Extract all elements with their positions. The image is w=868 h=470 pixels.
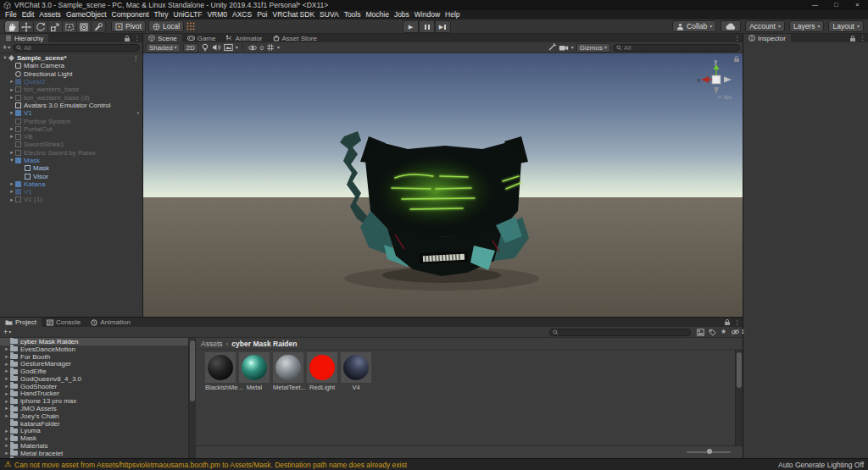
scene-fx-icon[interactable] <box>224 43 233 52</box>
lock-icon[interactable] <box>124 35 131 42</box>
chevron-down-icon[interactable]: ▾ <box>571 45 574 50</box>
folder-item-godqueenv8-4-3-0[interactable]: ▸GodQueenv8_4_3.0 <box>0 375 188 383</box>
collab-button[interactable]: Collab ▾ <box>672 20 716 32</box>
folder-item-mask[interactable]: ▸Mask <box>0 434 188 442</box>
maximize-button[interactable]: □ <box>826 0 847 10</box>
down-axis-cone[interactable] <box>714 87 719 94</box>
expand-arrow-icon[interactable]: ▸ <box>8 197 15 203</box>
tab-asset-store[interactable]: Asset Store <box>268 34 322 42</box>
slider-knob[interactable] <box>707 449 712 454</box>
folder-item-godshooter[interactable]: ▸GodShooter <box>0 383 188 390</box>
asset-item-metal[interactable]: Metal <box>239 352 270 446</box>
custom-tool-button[interactable] <box>91 20 106 33</box>
move-tool-button[interactable] <box>19 20 33 33</box>
hierarchy-item-visor[interactable]: Visor <box>0 172 142 180</box>
hand-tool-button[interactable] <box>4 20 19 33</box>
asset-item-metalteet[interactable]: MetalTeet... <box>273 352 303 446</box>
tab-animator[interactable]: Animator <box>220 34 267 42</box>
favorite-star-icon[interactable]: ★ <box>721 329 726 335</box>
panel-menu-icon[interactable]: ⋮ <box>860 35 865 41</box>
gizmo-cube[interactable] <box>712 75 721 84</box>
breadcrumb-root[interactable]: Assets <box>201 340 223 348</box>
menu-item-unigltf[interactable]: UniGLTF <box>171 10 205 19</box>
expand-arrow-icon[interactable]: ▸ <box>3 443 10 449</box>
menu-item-gameobject[interactable]: GameObject <box>64 10 109 19</box>
expand-arrow-icon[interactable]: ▸ <box>8 95 15 101</box>
menu-item-assets[interactable]: Assets <box>36 10 64 19</box>
asset-item-v4[interactable]: V4 <box>341 352 371 446</box>
tab-scene[interactable]: Scene <box>143 34 182 42</box>
close-button[interactable]: × <box>847 0 868 10</box>
play-button[interactable]: ▶ <box>403 20 419 33</box>
expand-arrow-icon[interactable]: ▸ <box>3 451 10 456</box>
tab-hierarchy[interactable]: Hierarchy <box>0 34 48 42</box>
panel-menu-icon[interactable]: ⋮ <box>734 35 740 41</box>
tab-game[interactable]: Game <box>182 34 221 42</box>
expand-arrow-icon[interactable]: ▸ <box>3 413 10 419</box>
pivot-toggle[interactable]: Pivot <box>111 20 146 32</box>
rotate-tool-button[interactable] <box>33 20 47 33</box>
scrollbar-thumb[interactable] <box>190 340 195 401</box>
grid-snap-icon[interactable] <box>186 22 195 30</box>
layers-dropdown[interactable]: Layers ▾ <box>789 20 825 32</box>
scene-menu-icon[interactable]: ⋮ <box>133 54 143 62</box>
hierarchy-item-portalcut[interactable]: ▸PortalCut <box>0 125 142 133</box>
folder-item-joey-s-chain[interactable]: ▸Joey's Chain <box>0 412 188 420</box>
expand-arrow-icon[interactable]: ▸ <box>3 391 10 397</box>
expand-arrow-icon[interactable]: ▸ <box>8 189 15 195</box>
gizmos-dropdown[interactable]: Gizmos ▾ <box>576 43 610 53</box>
expand-arrow-icon[interactable]: ▸ <box>3 362 10 368</box>
menu-item-suva[interactable]: SUVA <box>317 10 342 19</box>
tab-console[interactable]: Console <box>42 318 86 327</box>
hierarchy-item-mask[interactable]: ▾Mask <box>0 157 142 164</box>
expand-arrow-icon[interactable]: ▸ <box>3 406 10 412</box>
expand-arrow-icon[interactable]: ▸ <box>3 354 10 360</box>
folder-item-materials[interactable]: ▸Materials <box>0 442 188 450</box>
pause-button[interactable] <box>419 20 435 33</box>
hierarchy-item-directional-light[interactable]: Directional Light <box>0 70 142 78</box>
folder-scrollbar[interactable] <box>188 338 196 458</box>
expand-arrow-icon[interactable]: ▸ <box>3 368 10 374</box>
viewport-lock-icon[interactable] <box>733 55 740 63</box>
expand-arrow-icon[interactable]: ▸ <box>8 110 15 116</box>
folder-item-katanafolder[interactable]: katanaFolder <box>0 420 188 428</box>
hierarchy-item-vb[interactable]: ▸VB <box>0 133 142 141</box>
tab-project[interactable]: Project <box>0 318 42 327</box>
prefab-overrides-icon[interactable]: › <box>137 109 143 117</box>
scene-search-input[interactable]: All <box>613 44 740 52</box>
asset-scrollbar[interactable] <box>735 350 743 446</box>
expand-arrow-icon[interactable]: ▸ <box>8 126 15 132</box>
menu-item-jobs[interactable]: Jobs <box>392 10 412 19</box>
menu-item-file[interactable]: File <box>3 10 19 19</box>
asset-item-redlight[interactable]: RedLight <box>307 352 337 446</box>
x-axis-cone[interactable] <box>701 76 709 83</box>
expand-arrow-icon[interactable]: ▾ <box>8 158 15 163</box>
hierarchy-item-avatars-3-0-emulator-control[interactable]: Avatars 3.0 Emulator Control <box>0 102 142 109</box>
panel-menu-icon[interactable]: ⋮ <box>134 35 140 41</box>
grid-visibility-icon[interactable] <box>266 43 275 52</box>
hierarchy-item-main-camera[interactable]: Main Camera <box>0 62 142 69</box>
expand-arrow-icon[interactable]: ▸ <box>3 384 10 390</box>
lock-icon[interactable] <box>724 318 731 326</box>
menu-item-thry[interactable]: Thry <box>152 10 171 19</box>
hierarchy-search-input[interactable]: All <box>13 44 140 52</box>
cloud-button[interactable] <box>721 20 741 32</box>
asset-item-blackishme[interactable]: BlackishMe... <box>205 352 236 446</box>
scene-lighting-icon[interactable] <box>201 43 209 53</box>
folder-item-metal-bracelet[interactable]: ▸Metal bracelet <box>0 450 188 457</box>
expand-arrow-icon[interactable]: ▾ <box>2 55 8 61</box>
hierarchy-item-mask[interactable]: Mask <box>0 164 142 172</box>
hierarchy-item-katana[interactable]: ▸Katana <box>0 180 142 188</box>
auto-generate-lighting-button[interactable]: Auto Generate Lighting Off <box>778 461 864 469</box>
lock-icon[interactable] <box>849 35 856 42</box>
account-dropdown[interactable]: Account ▾ <box>745 20 785 32</box>
label-tag-icon[interactable] <box>709 329 716 336</box>
hierarchy-item-particle-system[interactable]: Particle System <box>0 117 142 124</box>
expand-arrow-icon[interactable]: ▸ <box>8 150 15 156</box>
component-tools-icon[interactable] <box>548 43 556 52</box>
scene-visibility-icon[interactable] <box>248 44 258 52</box>
create-object-button[interactable]: + ▾ <box>3 43 10 52</box>
folder-item-handtrucker[interactable]: ▸HandTrucker <box>0 390 188 398</box>
scene-audio-icon[interactable] <box>212 43 221 52</box>
transform-tool-button[interactable] <box>76 20 91 33</box>
